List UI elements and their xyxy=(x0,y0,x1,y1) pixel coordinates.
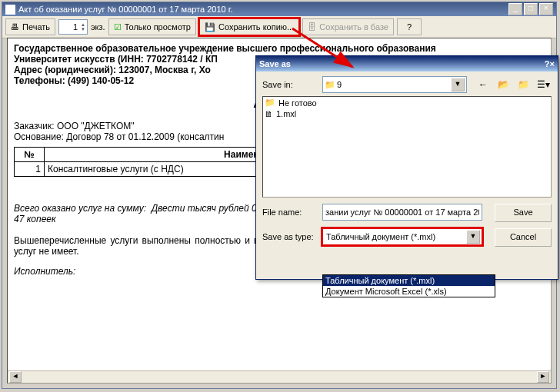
dialog-body: Save in: 📁 9 ▼ ← 📂 📁 ☰▾ 📁 Не готово 🗎 1.… xyxy=(256,71,558,271)
total-prefix: Всего оказано услуг на сумму: xyxy=(14,203,146,214)
nav-icons: ← 📂 📁 ☰▾ xyxy=(475,76,552,93)
floppy-icon: 💾 xyxy=(205,22,215,32)
save-type-dropdown[interactable]: Табличный документ (*.mxl) Документ Micr… xyxy=(322,274,495,297)
chevron-down-icon[interactable]: ▼ xyxy=(451,78,465,91)
basis-label: Основание: xyxy=(14,131,64,142)
save-db-label: Сохранить в базе xyxy=(319,22,388,32)
save-in-value: 9 xyxy=(335,80,451,89)
addr-label: Адрес (юридический): xyxy=(14,65,116,75)
customer-label: Заказчик: xyxy=(14,121,55,131)
addr-value: 123007, Москва г, Хо xyxy=(118,65,211,75)
save-in-label: Save in: xyxy=(262,80,318,89)
save-in-row: Save in: 📁 9 ▼ ← 📂 📁 ☰▾ xyxy=(262,76,552,93)
customer-value: ООО "ДЖЕТКОМ" xyxy=(57,121,135,131)
chevron-down-icon[interactable]: ▼ xyxy=(466,230,480,244)
save-copy-label: Сохранить копию... xyxy=(218,22,294,32)
folder-closed-icon: 📁 xyxy=(265,98,275,108)
dialog-help-button[interactable]: ? xyxy=(545,59,550,68)
dialog-title: Save as xyxy=(259,59,291,68)
dropdown-option[interactable]: Табличный документ (*.mxl) xyxy=(323,275,495,286)
save-type-combo[interactable]: Табличный документ (*.mxl) ▼ xyxy=(322,228,482,245)
save-button[interactable]: Save xyxy=(495,204,552,222)
folder-icon: 📁 xyxy=(325,80,335,90)
tel-label: Телефоны: xyxy=(14,75,65,86)
printer-icon: 🖶 xyxy=(11,22,19,32)
file-name-input[interactable] xyxy=(322,204,482,221)
dialog-close-button[interactable]: × xyxy=(550,59,555,68)
dropdown-option[interactable]: Документ Microsoft Excel (*.xls) xyxy=(323,286,495,297)
col-num: № xyxy=(15,148,45,162)
save-as-dialog: Save as ? × Save in: 📁 9 ▼ ← 📂 📁 ☰▾ 📁 Не… xyxy=(255,55,558,280)
checkbox-icon: ☑ xyxy=(114,22,122,32)
file-list[interactable]: 📁 Не готово 🗎 1.mxl xyxy=(262,96,552,198)
document-icon xyxy=(5,5,15,15)
up-folder-icon[interactable]: 📂 xyxy=(495,76,512,93)
toolbar: 🖶 Печать ▲▼ экз. ☑ Только просмотр 💾 Сох… xyxy=(2,16,556,38)
list-item[interactable]: 📁 Не готово xyxy=(263,97,551,108)
copies-input[interactable] xyxy=(61,22,79,32)
basis-value: Договор 78 от 01.12.2009 (консалтин xyxy=(66,131,224,142)
file-name-label: File name: xyxy=(262,208,318,217)
minimize-button[interactable]: _ xyxy=(508,3,522,15)
preview-label: Только просмотр xyxy=(125,22,191,32)
spinbox-arrows[interactable]: ▲▼ xyxy=(81,22,85,32)
close-button[interactable]: × xyxy=(539,3,553,15)
db-icon: 🗄 xyxy=(308,22,316,32)
print-button[interactable]: 🖶 Печать xyxy=(5,18,55,35)
org-name: Государственное образовательное учрежден… xyxy=(14,43,545,54)
list-item[interactable]: 🗎 1.mxl xyxy=(263,108,551,119)
save-in-combo[interactable]: 📁 9 ▼ xyxy=(322,76,467,93)
maximize-button[interactable]: □ xyxy=(524,3,538,15)
cell-num: 1 xyxy=(15,162,45,177)
back-icon[interactable]: ← xyxy=(475,76,492,93)
scroll-left-icon[interactable]: ◄ xyxy=(9,371,22,383)
help-label: ? xyxy=(407,22,412,32)
main-titlebar: Акт об оказании услуг № 00000001 от 17 м… xyxy=(2,2,556,16)
help-button[interactable]: ? xyxy=(397,18,422,35)
copies-spinbox[interactable]: ▲▼ xyxy=(58,19,88,35)
save-type-label: Save as type: xyxy=(262,232,318,241)
item-label: 1.mxl xyxy=(276,109,296,118)
item-label: Не готово xyxy=(278,98,317,108)
window-title: Акт об оказании услуг № 00000001 от 17 м… xyxy=(18,5,232,14)
save-db-button: 🗄 Сохранить в базе xyxy=(302,18,394,35)
save-type-value: Табличный документ (*.mxl) xyxy=(325,232,466,241)
save-copy-button[interactable]: 💾 Сохранить копию... xyxy=(199,18,299,35)
tel-value: (499) 140-05-12 xyxy=(68,75,134,86)
scroll-right-icon[interactable]: ► xyxy=(537,371,549,383)
copies-suffix: экз. xyxy=(91,22,105,32)
hscrollbar[interactable]: ◄ ► xyxy=(8,370,551,383)
mxl-file-icon: 🗎 xyxy=(265,109,273,118)
views-icon[interactable]: ☰▾ xyxy=(535,76,552,93)
dialog-titlebar: Save as ? × xyxy=(256,56,558,71)
new-folder-icon[interactable]: 📁 xyxy=(515,76,532,93)
preview-button[interactable]: ☑ Только просмотр xyxy=(108,18,196,35)
print-label: Печать xyxy=(22,22,50,32)
cancel-button[interactable]: Cancel xyxy=(495,228,552,247)
